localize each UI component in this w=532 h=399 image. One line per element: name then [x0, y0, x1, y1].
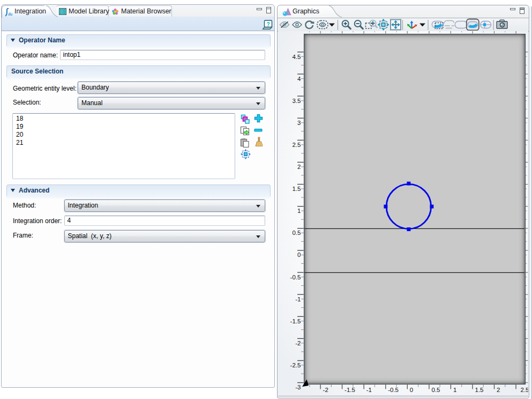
- svg-text:-2: -2: [295, 340, 301, 346]
- svg-text:-2: -2: [323, 387, 328, 393]
- svg-text:0: 0: [297, 252, 301, 258]
- svg-text:1: 1: [453, 387, 456, 393]
- svg-text:2: 2: [297, 164, 301, 170]
- svg-text:3.5: 3.5: [292, 98, 301, 104]
- svg-text:-1.5: -1.5: [344, 387, 355, 393]
- svg-text:4.5: 4.5: [292, 54, 301, 60]
- svg-text:du: du: [8, 12, 12, 17]
- svg-text:-1.5: -1.5: [290, 318, 301, 324]
- svg-text:2: 2: [497, 387, 500, 393]
- svg-text:1: 1: [297, 208, 301, 214]
- svg-text:3: 3: [297, 120, 301, 126]
- svg-text:-1: -1: [366, 387, 372, 393]
- svg-text:2.5: 2.5: [521, 387, 529, 393]
- svg-text:-3: -3: [295, 384, 301, 390]
- svg-text:4: 4: [297, 76, 301, 82]
- svg-text:?: ?: [266, 21, 269, 27]
- svg-text:1.5: 1.5: [475, 387, 484, 393]
- svg-text:-0.5: -0.5: [388, 387, 399, 393]
- svg-text:-2.5: -2.5: [290, 362, 301, 368]
- svg-text:0.5: 0.5: [292, 230, 301, 236]
- svg-text:0.5: 0.5: [431, 387, 440, 393]
- svg-text:-1: -1: [295, 296, 301, 302]
- svg-text:0: 0: [410, 387, 413, 393]
- svg-text:-0.5: -0.5: [290, 274, 301, 280]
- svg-text:1.5: 1.5: [292, 186, 301, 192]
- svg-text:2.5: 2.5: [292, 142, 301, 148]
